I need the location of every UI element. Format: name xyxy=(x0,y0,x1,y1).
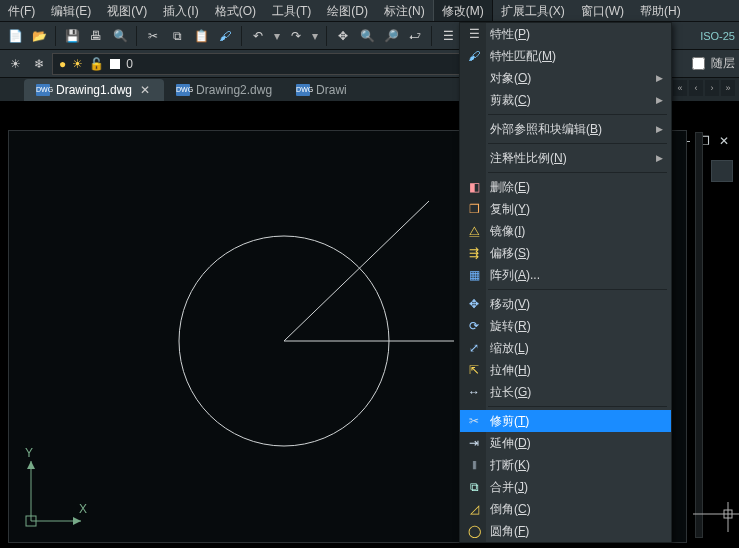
menu-扩展工具x[interactable]: 扩展工具(X) xyxy=(493,0,573,21)
menu-绘图d[interactable]: 绘图(D) xyxy=(319,0,376,21)
menuitem-label: 剪裁(C) xyxy=(490,92,531,109)
menuitem-外部参照和块编辑[interactable]: 外部参照和块编辑(B)▶ xyxy=(460,118,671,140)
dwg-icon: DWG xyxy=(36,84,50,96)
menuitem-label: 删除(E) xyxy=(490,179,530,196)
menuitem-label: 旋转(R) xyxy=(490,318,531,335)
menuitem-move-icon[interactable]: ✥移动(V) xyxy=(460,293,671,315)
menuitem-label: 镜像(I) xyxy=(490,223,525,240)
cut-button[interactable]: ✂ xyxy=(142,25,164,47)
right-toolbar[interactable] xyxy=(695,132,703,538)
menuitem-lengthen-icon[interactable]: ↔拉长(G) xyxy=(460,381,671,403)
redo-button[interactable]: ↷ xyxy=(285,25,307,47)
lengthen-icon: ↔ xyxy=(466,384,482,400)
menuitem-label: 特性(P) xyxy=(490,26,530,43)
menuitem-offset-icon[interactable]: ⇶偏移(S) xyxy=(460,242,671,264)
offset-icon: ⇶ xyxy=(466,245,482,261)
redo-dropdown[interactable]: ▾ xyxy=(309,25,321,47)
menuitem-注释性比例[interactable]: 注释性比例(N)▶ xyxy=(460,147,671,169)
menu-separator xyxy=(488,172,667,173)
menuitem-mirror-icon[interactable]: ⧋镜像(I) xyxy=(460,220,671,242)
menuitem-stretch-icon[interactable]: ⇱拉伸(H) xyxy=(460,359,671,381)
copy-icon: ❐ xyxy=(466,201,482,217)
tab-close-button[interactable]: ✕ xyxy=(138,83,152,97)
menu-编辑e[interactable]: 编辑(E) xyxy=(43,0,99,21)
document-tab[interactable]: DWGDrawing1.dwg✕ xyxy=(24,79,164,101)
menuitem-trim-icon[interactable]: ✂修剪(T) xyxy=(460,410,671,432)
document-tab[interactable]: DWGDrawing2.dwg xyxy=(164,79,284,101)
menuitem-label: 拉长(G) xyxy=(490,384,531,401)
menuitem-label: 缩放(L) xyxy=(490,340,529,357)
ucs-icon: Y X xyxy=(21,451,91,534)
bylayer-checkbox[interactable] xyxy=(692,57,705,70)
dwg-icon: DWG xyxy=(296,84,310,96)
menuitem-join-icon[interactable]: ⧉合并(J) xyxy=(460,476,671,498)
tab-nav-prev[interactable]: ‹ xyxy=(689,80,703,96)
lightbulb-icon: ● xyxy=(59,57,66,71)
tab-nav-last[interactable]: » xyxy=(721,80,735,96)
axis-x-label: X xyxy=(79,502,87,516)
menuitem-label: 阵列(A)... xyxy=(490,267,540,284)
zoom-window-button[interactable]: 🔎 xyxy=(380,25,402,47)
paste-button[interactable]: 📋 xyxy=(190,25,212,47)
tab-label: Drawi xyxy=(316,83,347,97)
svg-marker-5 xyxy=(27,461,35,469)
mdi-close-button[interactable]: ✕ xyxy=(717,134,731,148)
menu-帮助h[interactable]: 帮助(H) xyxy=(632,0,689,21)
menuitem-scale-icon[interactable]: ⤢缩放(L) xyxy=(460,337,671,359)
menuitem-break-icon[interactable]: ⦀打断(K) xyxy=(460,454,671,476)
menuitem-array-icon[interactable]: ▦阵列(A)... xyxy=(460,264,671,286)
submenu-arrow-icon: ▶ xyxy=(656,124,663,134)
new-button[interactable]: 📄 xyxy=(4,25,26,47)
menu-工具t[interactable]: 工具(T) xyxy=(264,0,319,21)
crosshair-cursor xyxy=(693,502,739,535)
tab-label: Drawing1.dwg xyxy=(56,83,132,97)
tab-nav-next[interactable]: › xyxy=(705,80,719,96)
document-tab[interactable]: DWGDrawi xyxy=(284,79,359,101)
menuitem-chamfer-icon[interactable]: ◿倒角(C) xyxy=(460,498,671,520)
match-prop-icon: 🖌 xyxy=(466,48,482,64)
open-button[interactable]: 📂 xyxy=(28,25,50,47)
menu-视图v[interactable]: 视图(V) xyxy=(99,0,155,21)
tab-nav: « ‹ › » xyxy=(673,80,735,96)
menuitem-extend-icon[interactable]: ⇥延伸(D) xyxy=(460,432,671,454)
menuitem-fillet-icon[interactable]: ◯圆角(F) xyxy=(460,520,671,542)
lock-icon: 🔓 xyxy=(89,57,104,71)
menu-件f[interactable]: 件(F) xyxy=(0,0,43,21)
undo-button[interactable]: ↶ xyxy=(247,25,269,47)
layer-manager-button[interactable]: ☀ xyxy=(4,53,26,75)
menuitem-label: 拉伸(H) xyxy=(490,362,531,379)
menuitem-erase-icon[interactable]: ◧删除(E) xyxy=(460,176,671,198)
match-button[interactable]: 🖌 xyxy=(214,25,236,47)
menu-格式o[interactable]: 格式(O) xyxy=(207,0,264,21)
sun-icon: ☀ xyxy=(72,57,83,71)
menuitem-rotate-icon[interactable]: ⟳旋转(R) xyxy=(460,315,671,337)
move-icon: ✥ xyxy=(466,296,482,312)
save-button[interactable]: 💾 xyxy=(61,25,83,47)
menuitem-properties-icon[interactable]: ☰特性(P) xyxy=(460,23,671,45)
menu-标注n[interactable]: 标注(N) xyxy=(376,0,433,21)
layer-states-button[interactable]: ❄ xyxy=(28,53,50,75)
menuitem-match-prop-icon[interactable]: 🖌特性匹配(M) xyxy=(460,45,671,67)
layer-name: 0 xyxy=(126,57,133,71)
menuitem-对象[interactable]: 对象(O)▶ xyxy=(460,67,671,89)
tab-nav-first[interactable]: « xyxy=(673,80,687,96)
undo-dropdown[interactable]: ▾ xyxy=(271,25,283,47)
menu-插入i[interactable]: 插入(I) xyxy=(155,0,206,21)
menu-修改m[interactable]: 修改(M) xyxy=(433,0,493,21)
extend-icon: ⇥ xyxy=(466,435,482,451)
dimstyle-selector[interactable]: ISO-25 xyxy=(700,30,735,42)
pan-button[interactable]: ✥ xyxy=(332,25,354,47)
mirror-icon: ⧋ xyxy=(466,223,482,239)
menuitem-copy-icon[interactable]: ❐复制(Y) xyxy=(460,198,671,220)
svg-line-2 xyxy=(284,201,429,341)
menuitem-剪裁[interactable]: 剪裁(C)▶ xyxy=(460,89,671,111)
zoom-extents-button[interactable]: 🔍 xyxy=(356,25,378,47)
menu-窗口w[interactable]: 窗口(W) xyxy=(573,0,632,21)
print-button[interactable]: 🖶 xyxy=(85,25,107,47)
copy-button[interactable]: ⧉ xyxy=(166,25,188,47)
menubar: 件(F)编辑(E)视图(V)插入(I)格式(O)工具(T)绘图(D)标注(N)修… xyxy=(0,0,739,22)
properties-button[interactable]: ☰ xyxy=(437,25,459,47)
zoom-prev-button[interactable]: ⮐ xyxy=(404,25,426,47)
preview-button[interactable]: 🔍 xyxy=(109,25,131,47)
right-palette-button[interactable] xyxy=(711,160,733,182)
